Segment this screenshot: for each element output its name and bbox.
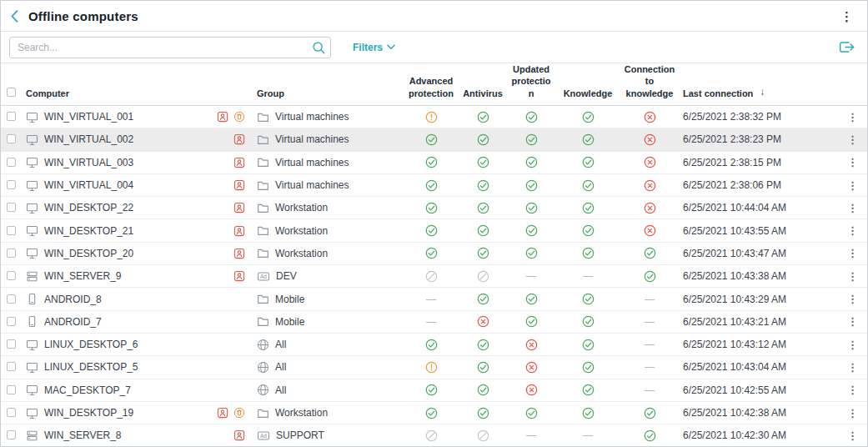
- computer-name[interactable]: ANDROID_8: [44, 294, 102, 305]
- computer-name[interactable]: WIN_VIRTUAL_004: [44, 179, 133, 191]
- computer-name[interactable]: MAC_DESKTOP_7: [44, 384, 131, 396]
- row-menu-button[interactable]: ⋮: [844, 339, 861, 350]
- table-row[interactable]: WIN_VIRTUAL_002Virtual machines6/25/2021…: [1, 128, 867, 151]
- computer-name[interactable]: WIN_SERVER_9: [44, 270, 121, 282]
- search-input[interactable]: [9, 37, 331, 58]
- computer-name[interactable]: WIN_VIRTUAL_002: [44, 133, 133, 145]
- table-row[interactable]: WIN_SERVER_8AdSUPPORT——6/25/2021 10:42:3…: [1, 424, 867, 446]
- desktop-icon: [26, 339, 38, 351]
- badges: [233, 225, 251, 237]
- status-ok-icon: [582, 111, 595, 123]
- computer-name[interactable]: WIN_DESKTOP_22: [44, 202, 133, 213]
- row-checkbox[interactable]: [7, 180, 16, 189]
- row-menu-button[interactable]: ⋮: [844, 134, 861, 145]
- computer-name[interactable]: WIN_DESKTOP_19: [44, 407, 133, 419]
- table-row[interactable]: ANDROID_7Mobile——6/25/2021 10:43:21 AM⋮: [1, 311, 867, 334]
- row-menu-button[interactable]: ⋮: [844, 225, 861, 236]
- filters-button[interactable]: Filters: [353, 42, 395, 53]
- offline-computers-screen: Offline computers ⋮ Filters Computer Gro…: [0, 0, 868, 447]
- row-checkbox[interactable]: [7, 249, 16, 258]
- sort-desc-icon[interactable]: ↓: [760, 86, 765, 99]
- folder-icon: [257, 179, 269, 192]
- column-header-computer[interactable]: Computer: [23, 88, 251, 107]
- table-row[interactable]: WIN_DESKTOP_20Workstation6/25/2021 10:43…: [1, 243, 867, 265]
- row-checkbox[interactable]: [7, 271, 16, 280]
- row-checkbox[interactable]: [7, 362, 16, 371]
- table-row[interactable]: WIN_DESKTOP_22Workstation6/25/2021 10:44…: [1, 197, 867, 219]
- row-checkbox[interactable]: [7, 203, 16, 212]
- status-ok-icon: [477, 111, 489, 123]
- computer-name[interactable]: ANDROID_7: [44, 316, 102, 328]
- group-name: Mobile: [275, 316, 304, 328]
- toolbar: Filters: [1, 32, 867, 63]
- group-name: SUPPORT: [276, 429, 324, 441]
- status-ok-icon: [582, 224, 595, 237]
- table-row[interactable]: WIN_DESKTOP_21Workstation6/25/2021 10:43…: [1, 219, 867, 242]
- table-row[interactable]: WIN_VIRTUAL_001Virtual machines6/25/2021…: [1, 106, 867, 128]
- computer-name[interactable]: WIN_VIRTUAL_003: [44, 157, 133, 168]
- row-menu-button[interactable]: ⋮: [844, 203, 861, 213]
- status-ok-icon: [582, 133, 595, 146]
- column-header-group[interactable]: Group: [251, 88, 401, 107]
- row-checkbox[interactable]: [7, 294, 16, 304]
- row-menu-button[interactable]: ⋮: [844, 384, 861, 395]
- status-ok-icon: [477, 133, 489, 146]
- table-row[interactable]: MAC_DESKTOP_7All—6/25/2021 10:42:55 AM⋮: [1, 379, 867, 402]
- row-menu-button[interactable]: ⋮: [844, 294, 861, 304]
- row-checkbox[interactable]: [7, 430, 16, 439]
- status-ok-icon: [644, 270, 656, 283]
- export-icon[interactable]: [836, 38, 857, 57]
- row-menu-button[interactable]: ⋮: [844, 112, 861, 123]
- table-row[interactable]: WIN_VIRTUAL_004Virtual machines6/25/2021…: [1, 174, 867, 197]
- row-checkbox[interactable]: [7, 385, 16, 394]
- row-checkbox[interactable]: [7, 158, 16, 167]
- computer-name[interactable]: LINUX_DESKTOP_5: [44, 361, 138, 373]
- status-ok-icon: [425, 407, 438, 419]
- group-name: Virtual machines: [275, 179, 349, 191]
- row-menu-button[interactable]: ⋮: [844, 362, 861, 373]
- column-header-updated-protection[interactable]: Updated protection: [510, 63, 552, 99]
- table-row[interactable]: WIN_SERVER_9AdDEV——6/25/2021 10:43:38 AM…: [1, 265, 867, 288]
- last-connection-value: 6/25/2021 2:38:23 PM: [681, 133, 838, 145]
- table-row[interactable]: LINUX_DESKTOP_6All—6/25/2021 10:43:12 AM…: [1, 334, 867, 356]
- row-menu-button[interactable]: ⋮: [844, 180, 861, 191]
- last-connection-value: 6/25/2021 10:43:21 AM: [681, 316, 838, 328]
- row-menu-button[interactable]: ⋮: [844, 248, 861, 259]
- table-row[interactable]: WIN_VIRTUAL_003Virtual machines6/25/2021…: [1, 152, 867, 174]
- row-menu-button[interactable]: ⋮: [844, 271, 861, 282]
- desktop-icon: [26, 111, 38, 123]
- computer-name[interactable]: WIN_SERVER_8: [44, 429, 121, 441]
- computer-name[interactable]: WIN_DESKTOP_20: [44, 248, 133, 259]
- group-name: All: [275, 384, 286, 396]
- table-row[interactable]: WIN_DESKTOP_19Workstation6/25/2021 10:42…: [1, 402, 867, 424]
- row-menu-button[interactable]: ⋮: [844, 157, 861, 168]
- column-header-knowledge[interactable]: Knowledge: [564, 88, 613, 99]
- page-menu-button[interactable]: ⋮: [836, 10, 857, 23]
- column-header-connection-to-knowledge[interactable]: Connection to knowledge: [623, 63, 676, 99]
- status-disabled-icon: [425, 429, 438, 442]
- row-checkbox[interactable]: [7, 134, 16, 143]
- table-row[interactable]: LINUX_DESKTOP_5All—6/25/2021 10:43:04 AM…: [1, 356, 867, 379]
- back-button[interactable]: [11, 10, 18, 23]
- column-header-advanced-protection[interactable]: Advanced protection: [405, 75, 457, 99]
- row-checkbox[interactable]: [7, 226, 16, 235]
- row-checkbox[interactable]: [7, 339, 16, 349]
- column-header-last-connection[interactable]: Last connection: [683, 88, 753, 99]
- folder-icon: [257, 111, 269, 123]
- table-row[interactable]: ANDROID_8Mobile——6/25/2021 10:43:29 AM⋮: [1, 288, 867, 310]
- row-menu-button[interactable]: ⋮: [844, 430, 861, 441]
- computer-name[interactable]: WIN_VIRTUAL_001: [44, 111, 133, 123]
- search-icon[interactable]: [312, 41, 325, 54]
- desktop-icon: [26, 179, 38, 192]
- column-header-antivirus[interactable]: Antivirus: [462, 88, 504, 99]
- row-checkbox[interactable]: [7, 112, 16, 121]
- computer-name[interactable]: WIN_DESKTOP_21: [44, 225, 133, 237]
- status-ok-icon: [425, 202, 438, 214]
- row-menu-button[interactable]: ⋮: [844, 316, 861, 327]
- row-menu-button[interactable]: ⋮: [844, 408, 861, 419]
- select-all-checkbox[interactable]: [7, 88, 16, 97]
- row-checkbox[interactable]: [7, 408, 16, 417]
- row-checkbox[interactable]: [7, 317, 16, 326]
- status-disabled-icon: [425, 270, 438, 283]
- computer-name[interactable]: LINUX_DESKTOP_6: [44, 339, 138, 350]
